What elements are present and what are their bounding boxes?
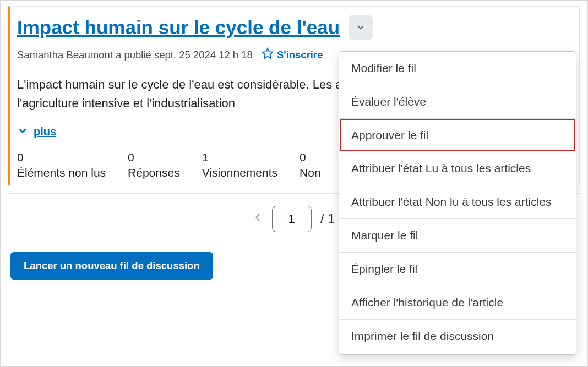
subscribe-link[interactable]: S'inscrire xyxy=(262,47,323,62)
stat-value: 0 xyxy=(300,151,321,164)
stat-label: Éléments non lus xyxy=(17,166,106,179)
chevron-down-icon xyxy=(17,125,28,139)
new-thread-button[interactable]: Lancer un nouveau fil de discussion xyxy=(10,252,213,280)
more-label: plus xyxy=(34,125,56,138)
svg-marker-0 xyxy=(263,48,273,58)
menu-item-pin-thread[interactable]: Épingler le fil xyxy=(339,253,576,286)
stat-value: 1 xyxy=(202,151,277,164)
menu-item-grade-student[interactable]: Évaluer l'élève xyxy=(339,85,576,119)
menu-spacer xyxy=(339,353,576,354)
page-total: / 1 xyxy=(320,211,335,227)
stat-views: 1 Visionnements xyxy=(202,151,277,179)
stat-value: 0 xyxy=(128,151,180,164)
star-icon xyxy=(262,47,274,62)
menu-item-print-thread[interactable]: Imprimer le fil de discussion xyxy=(339,320,576,353)
menu-item-view-history[interactable]: Afficher l'historique de l'article xyxy=(339,286,576,320)
thread-actions-toggle[interactable] xyxy=(349,15,373,40)
app-frame: Impact humain sur le cycle de l'eau Sama… xyxy=(0,0,588,367)
menu-item-mark-all-unread[interactable]: Attribuer l'état Non lu à tous les artic… xyxy=(339,185,576,219)
stat-unread: 0 Éléments non lus xyxy=(17,151,106,179)
context-menu-scroll[interactable]: Modifier le fil Évaluer l'élève Approuve… xyxy=(339,52,576,354)
title-row: Impact humain sur le cycle de l'eau xyxy=(17,15,574,40)
chevron-left-icon xyxy=(253,212,263,227)
author-line: Samantha Beaumont a publié sept. 25 2024… xyxy=(17,49,253,61)
prev-page-button[interactable] xyxy=(253,210,263,228)
stat-label: Visionnements xyxy=(202,166,277,179)
stat-label: Réponses xyxy=(128,166,180,179)
page-number-input[interactable] xyxy=(272,206,312,232)
expand-more-link[interactable]: plus xyxy=(17,125,56,139)
stat-replies: 0 Réponses xyxy=(128,151,180,179)
menu-item-edit-thread[interactable]: Modifier le fil xyxy=(339,52,576,85)
menu-item-approve-thread[interactable]: Approuver le fil xyxy=(339,119,576,152)
subscribe-label: S'inscrire xyxy=(277,49,323,61)
menu-item-flag-thread[interactable]: Marquer le fil xyxy=(339,219,576,253)
menu-item-mark-all-read[interactable]: Attribuer l'état Lu à tous les articles xyxy=(339,152,576,185)
thread-title[interactable]: Impact humain sur le cycle de l'eau xyxy=(17,17,340,39)
stat-non: 0 Non xyxy=(300,151,321,179)
stat-value: 0 xyxy=(17,151,106,164)
chevron-down-icon xyxy=(356,22,366,34)
stat-label: Non xyxy=(300,166,321,179)
context-menu: Modifier le fil Évaluer l'élève Approuve… xyxy=(339,51,576,355)
